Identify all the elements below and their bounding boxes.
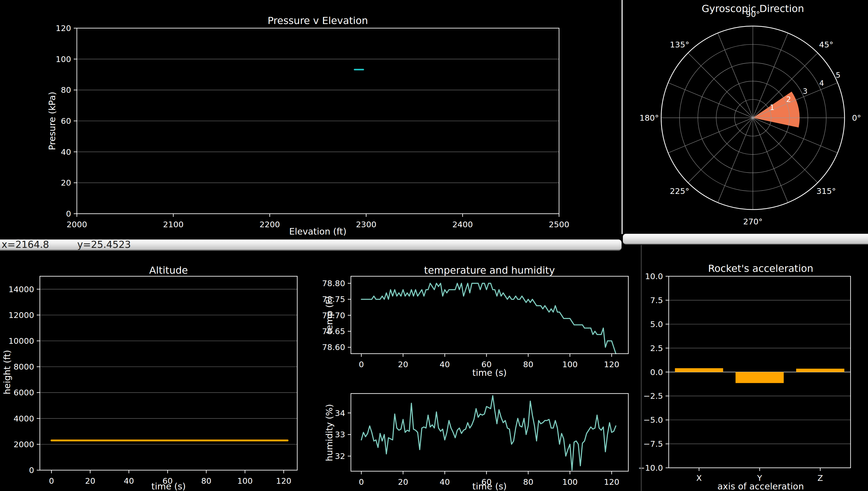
accel-plot-area[interactable]: XYZ−10.0−7.5−5.0−2.50.02.55.07.510.0 (638, 271, 850, 483)
x-tick-label: 100 (237, 476, 253, 486)
x-tick-label: 40 (440, 359, 450, 369)
y-tick-label: 5.0 (650, 319, 663, 329)
accel-window-left-border (641, 245, 641, 491)
r-tick-label: 3 (803, 87, 807, 96)
humidity-x-axis-label: time (s) (472, 481, 507, 491)
x-tick-label: X (696, 473, 702, 483)
x-tick-label: 100 (562, 477, 577, 487)
x-tick-label: 20 (85, 476, 95, 486)
x-tick-label: 2100 (163, 220, 184, 229)
humidity-y-axis-label: humidity (%) (324, 404, 334, 461)
x-tick-label: 2500 (549, 220, 569, 229)
x-tick-label: 120 (276, 476, 291, 486)
altitude-x-axis-label: time (s) (151, 481, 186, 491)
cursor-x-readout: x=2164.8 (2, 239, 49, 250)
theta-grid-line (753, 118, 818, 183)
x-tick-label: 2000 (67, 220, 87, 229)
temp-plot-area[interactable]: 02040608010012078.6078.6578.7078.7578.80 (322, 276, 628, 369)
theta-tick-label: 315° (816, 186, 836, 196)
y-tick-label: −10.0 (638, 463, 663, 472)
temp-y-axis-label: temp (F) (324, 296, 334, 334)
bar-X (675, 368, 723, 372)
theta-tick-label: 135° (670, 40, 689, 49)
theta-grid-line (688, 118, 753, 183)
x-tick-label: 120 (604, 477, 619, 487)
y-tick-label: 10.0 (645, 271, 663, 281)
y-tick-label: 0.0 (650, 368, 663, 377)
y-tick-label: 78.60 (322, 342, 345, 352)
theta-tick-label: 180° (639, 113, 659, 122)
altitude-y-axis-label: height (ft) (2, 350, 12, 394)
y-tick-label: −2.5 (643, 391, 663, 401)
theta-tick-label: 45° (819, 40, 833, 49)
x-tick-label: 2300 (356, 220, 377, 229)
y-tick-label: 4000 (13, 414, 34, 423)
y-tick-label: −5.0 (643, 415, 663, 425)
y-tick-label: 0 (29, 465, 34, 475)
x-tick-label: 0 (359, 477, 364, 487)
theta-tick-label: 270° (743, 217, 763, 226)
x-tick-label: 20 (398, 359, 408, 369)
theta-grid-line (668, 83, 753, 118)
polar-window-left-border (622, 0, 623, 234)
x-tick-label: 0 (359, 359, 364, 369)
gyro-plot-area[interactable]: 0°45°90°135°180°225°270°315°12345 (639, 9, 861, 226)
y-tick-label: 33 (335, 430, 345, 439)
humidity-line (361, 396, 616, 470)
y-tick-label: 2.5 (650, 344, 663, 353)
temp-line (361, 283, 616, 354)
pressure-plot-area[interactable]: 200021002200230024002500020406080100120 (56, 24, 569, 229)
x-tick-label: 2400 (452, 220, 473, 229)
y-tick-label: 34 (335, 408, 345, 418)
x-tick-label: Z (817, 473, 823, 483)
bar-Z (796, 369, 844, 372)
accel-chart-title: Rocket's acceleration (708, 263, 813, 274)
y-tick-label: 100 (56, 55, 71, 64)
y-tick-label: 20 (61, 178, 71, 187)
y-tick-label: 2000 (13, 440, 34, 449)
x-tick-label: 80 (523, 359, 533, 369)
temp-chart-title: temperature and humidity (424, 264, 555, 276)
theta-grid-line (688, 53, 753, 118)
x-tick-label: 100 (562, 359, 577, 369)
pressure-y-axis-label: Presure (kPa) (47, 92, 57, 150)
x-tick-label: 0 (49, 476, 54, 486)
y-tick-label: 0 (66, 209, 71, 219)
main-status-bar: x=2164.8 y=25.4523 (0, 239, 622, 251)
x-tick-label: 40 (440, 477, 450, 487)
polar-status-bar (623, 234, 868, 244)
y-tick-label: 120 (56, 24, 71, 33)
x-tick-label: 120 (604, 359, 619, 369)
gyro-direction-wedge (753, 92, 800, 128)
x-tick-label: 2200 (260, 220, 280, 229)
altitude-chart-title: Altitude (149, 264, 188, 276)
y-tick-label: 80 (61, 85, 71, 95)
accel-x-axis-label: axis of acceleration (717, 481, 804, 491)
y-tick-label: 60 (61, 116, 71, 126)
y-tick-label: 8000 (13, 362, 34, 371)
x-tick-label: 40 (124, 476, 134, 486)
bar-Y (736, 372, 784, 383)
r-tick-label: 2 (786, 95, 791, 104)
pressure-x-axis-label: Elevation (ft) (289, 226, 347, 237)
altitude-plot-area[interactable]: 0204060801001200200040006000800010000120… (8, 276, 297, 486)
theta-tick-label: 225° (670, 186, 689, 196)
pressure-chart-title: Pressure v Elevation (268, 15, 368, 26)
y-tick-label: 7.5 (650, 295, 663, 305)
x-tick-label: 20 (398, 477, 408, 487)
temp-x-axis-label: time (s) (472, 368, 507, 378)
y-tick-label: 6000 (13, 388, 34, 397)
y-tick-label: 14000 (8, 285, 34, 294)
humidity-plot-area[interactable]: 020406080100120323334 (335, 394, 628, 487)
gyro-chart-title: Gyroscopic Direction (701, 3, 804, 15)
y-tick-label: 32 (335, 452, 345, 461)
x-tick-label: 80 (201, 476, 211, 486)
theta-grid-line (668, 118, 753, 153)
r-tick-label: 1 (770, 103, 775, 112)
axes-spines (351, 276, 628, 354)
r-tick-label: 5 (836, 70, 840, 80)
cursor-y-readout: y=25.4523 (77, 239, 131, 250)
y-tick-label: 78.80 (322, 279, 345, 288)
theta-grid-line (718, 33, 753, 118)
r-tick-label: 4 (819, 79, 824, 88)
